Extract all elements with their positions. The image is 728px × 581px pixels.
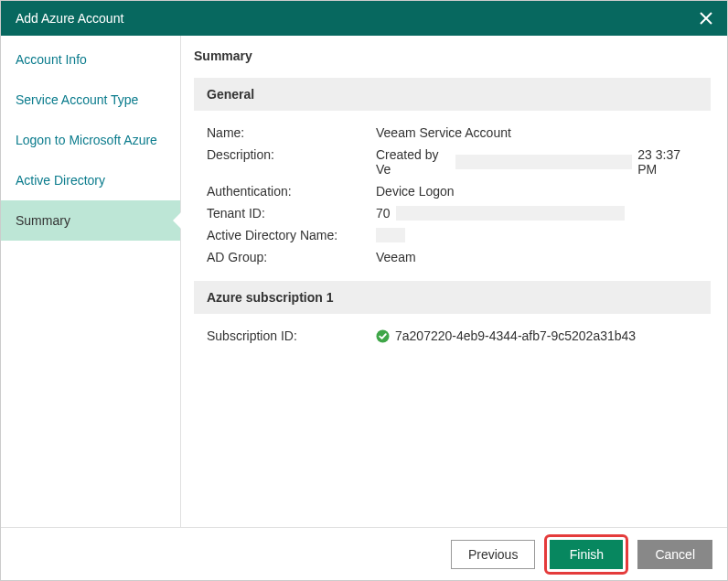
label-subscription-id: Subscription ID: (207, 328, 376, 343)
sidebar-item-summary[interactable]: Summary (1, 200, 180, 241)
close-icon[interactable] (696, 8, 716, 28)
dialog-body: Account Info Service Account Type Logon … (1, 36, 727, 527)
sidebar-item-service-account-type[interactable]: Service Account Type (1, 80, 180, 120)
row-ad-name: Active Directory Name: (207, 224, 698, 246)
sidebar-item-label: Account Info (16, 52, 87, 67)
row-ad-group: AD Group: Veeam (207, 246, 698, 268)
subscription-block: Subscription ID: 7a207220-4eb9-4344-afb7… (194, 321, 711, 360)
sidebar-item-label: Service Account Type (16, 92, 138, 107)
main-content: Summary General Name: Veeam Service Acco… (181, 36, 727, 527)
previous-button[interactable]: Previous (451, 540, 535, 569)
finish-button[interactable]: Finish (550, 540, 623, 569)
general-block: Name: Veeam Service Account Description:… (194, 118, 711, 281)
label-tenant-id: Tenant ID: (207, 206, 376, 221)
redacted-text (396, 206, 625, 221)
wizard-sidebar: Account Info Service Account Type Logon … (1, 36, 181, 527)
redacted-text (376, 228, 405, 242)
dialog-footer: Previous Finish Cancel (1, 527, 727, 580)
highlight-annotation: Finish (544, 534, 628, 575)
sidebar-item-logon-azure[interactable]: Logon to Microsoft Azure (1, 120, 180, 160)
titlebar: Add Azure Account (1, 1, 727, 36)
value-ad-name (376, 228, 698, 242)
value-ad-group: Veeam (376, 250, 698, 264)
sidebar-item-label: Summary (16, 213, 70, 228)
label-authentication: Authentication: (207, 184, 376, 199)
row-description: Description: Created by Ve23 3:37 PM (207, 144, 698, 180)
value-description: Created by Ve23 3:37 PM (376, 147, 698, 177)
row-authentication: Authentication: Device Logon (207, 180, 698, 202)
label-description: Description: (207, 147, 376, 177)
section-header-subscription: Azure subscription 1 (194, 281, 711, 314)
redacted-text (455, 155, 632, 169)
value-authentication: Device Logon (376, 184, 698, 199)
section-header-general: General (194, 78, 711, 111)
sidebar-item-label: Active Directory (16, 173, 105, 188)
row-name: Name: Veeam Service Account (207, 122, 698, 144)
value-name: Veeam Service Account (376, 125, 698, 140)
sidebar-item-account-info[interactable]: Account Info (1, 39, 180, 80)
row-subscription-id: Subscription ID: 7a207220-4eb9-4344-afb7… (207, 325, 698, 347)
window-title: Add Azure Account (16, 11, 123, 26)
label-name: Name: (207, 125, 376, 140)
value-subscription-id: 7a207220-4eb9-4344-afb7-9c5202a31b43 (376, 328, 698, 343)
label-ad-group: AD Group: (207, 250, 376, 264)
value-tenant-id: 70 (376, 206, 698, 221)
label-ad-name: Active Directory Name: (207, 228, 376, 242)
page-title: Summary (194, 48, 711, 63)
sidebar-item-active-directory[interactable]: Active Directory (1, 160, 180, 200)
sidebar-item-label: Logon to Microsoft Azure (16, 133, 157, 147)
check-circle-icon (376, 329, 390, 343)
row-tenant-id: Tenant ID: 70 (207, 202, 698, 224)
cancel-button[interactable]: Cancel (637, 540, 712, 569)
